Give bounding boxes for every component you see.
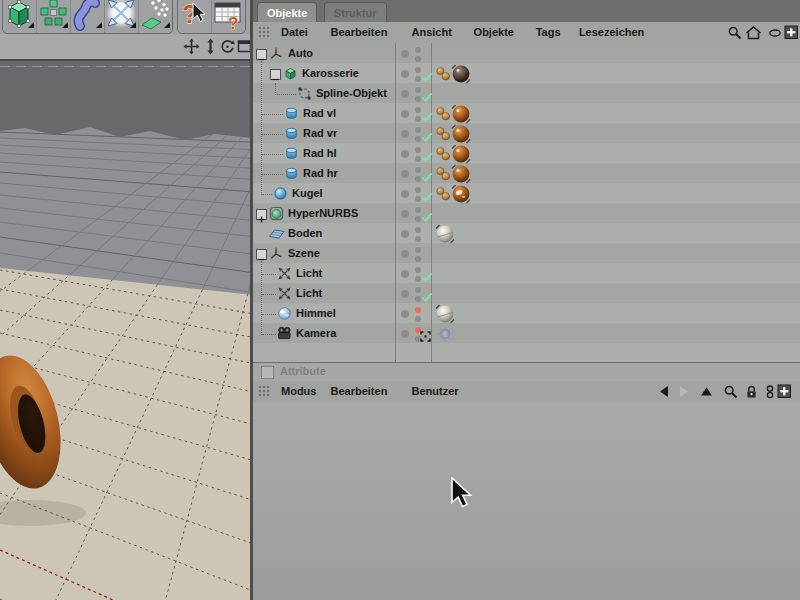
tree-row-szene[interactable]: Szene [253, 244, 800, 264]
layer-dot[interactable] [401, 110, 409, 118]
collapse-icon[interactable] [256, 49, 267, 60]
editor-visibility-dot[interactable] [415, 247, 421, 253]
menu-modus[interactable]: Modus [281, 381, 316, 402]
search-icon[interactable] [727, 25, 743, 41]
tree-row-rad-vr[interactable]: Rad vr [253, 124, 800, 144]
attribute-tab-label: Attribute [280, 365, 326, 377]
tree-row-boden[interactable]: Boden [253, 224, 800, 244]
cylinder-icon [284, 146, 299, 165]
target-tag-icon[interactable] [435, 324, 455, 348]
add-icon[interactable] [784, 25, 800, 41]
attribute-lock-checkbox[interactable] [261, 366, 274, 379]
render-visibility-dot[interactable] [415, 56, 421, 62]
back-icon[interactable] [657, 384, 673, 400]
tree-connector-line [262, 174, 283, 175]
render-visibility-dot[interactable] [415, 316, 421, 322]
svg-text:?: ? [228, 14, 238, 32]
tree-row-licht[interactable]: Licht [253, 264, 800, 284]
object-label: Szene [288, 247, 320, 259]
expand-icon[interactable] [256, 209, 267, 220]
object-label: HyperNURBS [288, 207, 358, 219]
tree-row-hypernurbs[interactable]: HyperNURBS [253, 204, 800, 224]
layer-dot[interactable] [401, 230, 409, 238]
viewport-dolly-icon[interactable] [202, 38, 219, 55]
forward-icon[interactable] [677, 384, 693, 400]
tree-row-kamera[interactable]: Kamera [253, 324, 800, 344]
layer-dot[interactable] [401, 150, 409, 158]
editor-visibility-dot[interactable] [415, 47, 421, 53]
layer-dot[interactable] [401, 330, 409, 338]
tree-row-kugel[interactable]: Kugel [253, 184, 800, 204]
layer-dot[interactable] [401, 90, 409, 98]
particles-tool-button[interactable] [139, 0, 172, 33]
collapse-icon[interactable] [256, 249, 267, 260]
menu-bearbeiten[interactable]: Bearbeiten [331, 22, 388, 43]
layer-dot[interactable] [401, 70, 409, 78]
collapse-icon[interactable] [270, 69, 281, 80]
object-label: Rad vr [303, 127, 337, 139]
editor-visibility-dot[interactable] [415, 307, 421, 313]
object-label: Boden [288, 227, 322, 239]
menu-ansicht[interactable]: Ansicht [412, 22, 452, 43]
menu-bearbeiten[interactable]: Bearbeiten [331, 381, 388, 402]
search-icon[interactable] [723, 384, 739, 400]
model-tool-button[interactable] [3, 0, 37, 33]
home-icon[interactable] [745, 25, 761, 41]
layer-dot[interactable] [401, 270, 409, 278]
spreadsheet-tool-button[interactable]: ? [212, 0, 245, 33]
viewport-rotate-icon[interactable] [219, 38, 236, 55]
layer-dot[interactable] [401, 250, 409, 258]
camera-view-icon[interactable] [420, 328, 431, 346]
hypernurbs-icon [269, 206, 284, 225]
object-manager-tabs: ObjekteStruktur [253, 0, 800, 22]
eye-icon[interactable] [767, 25, 783, 41]
menu-lesezeichen[interactable]: Lesezeichen [579, 22, 644, 43]
viewport-canvas[interactable] [0, 61, 253, 600]
layer-dot[interactable] [401, 290, 409, 298]
spreadsheet-tool-icon: ? [212, 0, 245, 32]
viewport-pan-icon[interactable] [183, 38, 200, 55]
tree-row-licht[interactable]: Licht [253, 284, 800, 304]
layer-dot[interactable] [401, 310, 409, 318]
tree-row-karosserie[interactable]: Karosserie [253, 64, 800, 84]
render-visibility-dot[interactable] [415, 256, 421, 262]
object-tree: AutoKarosserieSpline-ObjektRad vlRad vrR… [253, 43, 800, 362]
tree-row-rad-hl[interactable]: Rad hl [253, 144, 800, 164]
tree-row-rad-hr[interactable]: Rad hr [253, 164, 800, 184]
tab-struktur[interactable]: Struktur [324, 2, 387, 22]
layer-dot[interactable] [401, 190, 409, 198]
drag-grip-icon[interactable] [258, 26, 271, 39]
light-icon [277, 286, 292, 305]
add-icon[interactable] [777, 384, 793, 400]
menu-objekte[interactable]: Objekte [474, 22, 514, 43]
layer-dot[interactable] [401, 210, 409, 218]
layer-dot[interactable] [401, 170, 409, 178]
tab-objekte[interactable]: Objekte [257, 2, 317, 22]
tree-row-spline-objekt[interactable]: Spline-Objekt [253, 84, 800, 104]
menu-tags[interactable]: Tags [536, 22, 561, 43]
spline-tool-icon [71, 0, 104, 32]
render-visibility-dot[interactable] [415, 236, 421, 242]
help-tool-button[interactable]: ? [178, 0, 212, 33]
editor-visibility-dot[interactable] [415, 227, 421, 233]
scale-tool-button[interactable] [105, 0, 139, 33]
tree-connector-line [262, 194, 272, 195]
tree-row-rad-vl[interactable]: Rad vl [253, 104, 800, 124]
up-icon[interactable] [699, 384, 715, 400]
spline-tool-button[interactable] [71, 0, 105, 33]
object-label: Himmel [296, 307, 336, 319]
tree-row-himmel[interactable]: Himmel [253, 304, 800, 324]
array-tool-icon [37, 0, 70, 32]
menu-datei[interactable]: Datei [281, 22, 308, 43]
drag-grip-icon[interactable] [258, 385, 271, 398]
object-label: Kugel [292, 187, 323, 199]
attribute-content-area[interactable] [253, 402, 800, 600]
menu-benutzer[interactable]: Benutzer [412, 381, 459, 402]
layer-dot[interactable] [401, 50, 409, 58]
lock-icon[interactable] [744, 384, 760, 400]
layer-dot[interactable] [401, 130, 409, 138]
attribute-tab-bar: Attribute [253, 363, 800, 381]
tree-row-auto[interactable]: Auto [253, 44, 800, 64]
array-tool-button[interactable] [37, 0, 71, 33]
object-label: Licht [296, 287, 322, 299]
